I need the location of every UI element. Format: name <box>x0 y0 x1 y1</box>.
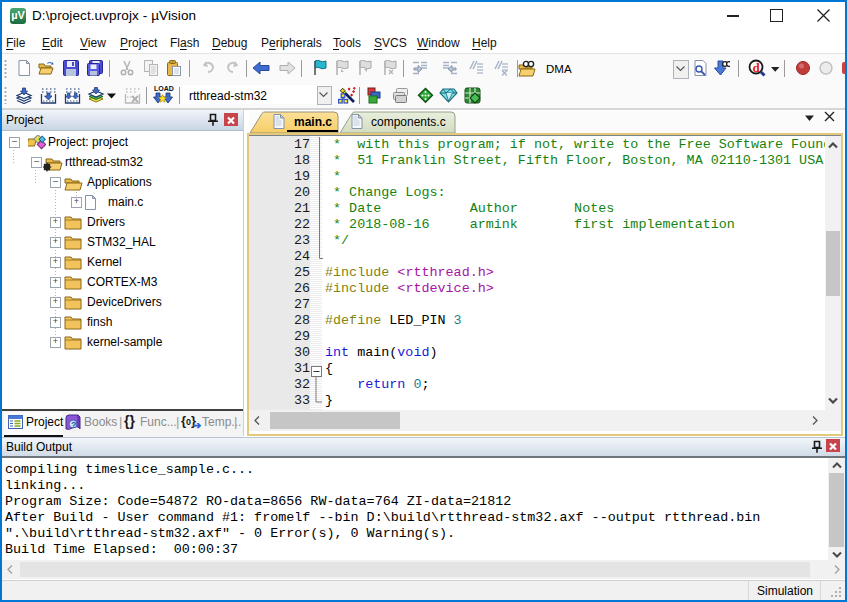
svg-text:?: ? <box>71 420 77 430</box>
svg-text:LOAD: LOAD <box>154 85 174 92</box>
svg-text:d: d <box>753 60 761 75</box>
